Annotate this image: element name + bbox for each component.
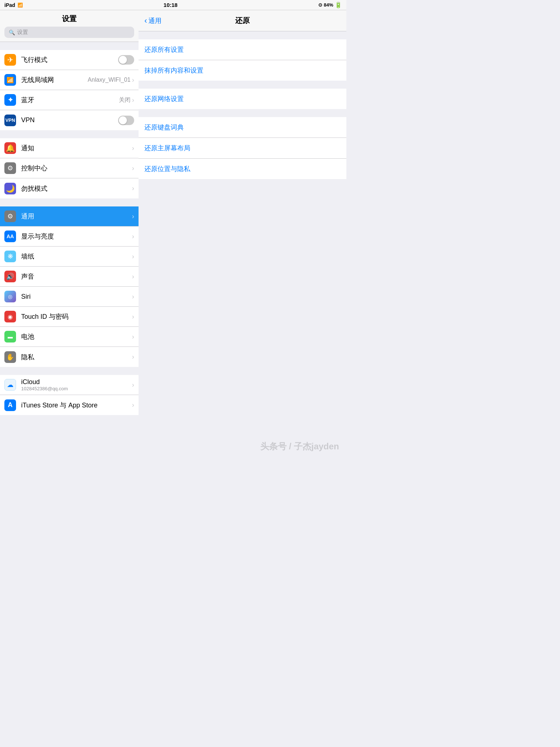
back-chevron-icon: ‹ [144, 16, 147, 26]
general-label: 通用 [21, 212, 132, 221]
wallpaper-label: 墙纸 [21, 252, 132, 261]
right-panel-title: 还原 [235, 16, 250, 26]
reset-group-1: 还原所有设置 抹掉所有内容和设置 [139, 39, 346, 81]
right-header: ‹ 通用 还原 [139, 10, 346, 31]
sidebar-title: 设置 [4, 14, 134, 24]
status-time: 10:18 [164, 2, 178, 8]
wifi-chevron: › [132, 76, 134, 84]
group-system: ⚙ 通用 › AA 显示与亮度 › ❋ 墙纸 › 🔊 声音 › [0, 206, 139, 367]
sidebar-item-display[interactable]: AA 显示与亮度 › [0, 227, 139, 247]
vpn-toggle[interactable] [118, 116, 134, 125]
group-spacer-bottom [0, 415, 139, 423]
touchid-label: Touch ID 与密码 [21, 312, 132, 321]
sidebar-item-sound[interactable]: 🔊 声音 › [0, 267, 139, 287]
siri-chevron: › [132, 293, 134, 301]
erase-all-button[interactable]: 抹掉所有内容和设置 [139, 60, 346, 81]
status-left: iPad 📶 [4, 2, 23, 8]
wifi-item-icon: 📶 [4, 74, 16, 86]
control-chevron: › [132, 165, 134, 172]
wifi-value: Anlaxy_WIFI_01 [88, 77, 131, 83]
dnd-icon: 🌙 [4, 183, 16, 194]
reset-all-button[interactable]: 还原所有设置 [139, 39, 346, 60]
sidebar-header: 设置 🔍 设置 [0, 10, 139, 42]
icloud-icon: ☁ [4, 379, 16, 391]
status-bar: iPad 📶 10:18 ⊙ 84% 🔋 [0, 0, 346, 10]
wifi-label: 无线局域网 [21, 76, 88, 84]
sidebar-item-battery[interactable]: ▬ 电池 › [0, 327, 139, 347]
right-content: 还原所有设置 抹掉所有内容和设置 还原网络设置 还原键盘词典 还原主屏幕布局 还… [139, 31, 346, 463]
sidebar-item-touchid[interactable]: ◉ Touch ID 与密码 › [0, 307, 139, 327]
bluetooth-label: 蓝牙 [21, 96, 119, 104]
reset-group-3: 还原键盘词典 还原主屏幕布局 还原位置与隐私 [139, 117, 346, 179]
sidebar-item-itunes[interactable]: A iTunes Store 与 App Store › [0, 395, 139, 415]
sidebar-item-airplane[interactable]: ✈ 飞行模式 [0, 50, 139, 70]
sidebar-item-control[interactable]: ⚙ 控制中心 › [0, 158, 139, 178]
vpn-label: VPN [21, 116, 118, 124]
general-chevron: › [132, 213, 134, 220]
right-panel: ‹ 通用 还原 还原所有设置 抹掉所有内容和设置 还原网络设置 还原键盘词典 还… [139, 10, 346, 463]
airplane-icon: ✈ [4, 54, 16, 66]
group-spacer-4 [0, 367, 139, 375]
search-icon: 🔍 [9, 30, 15, 35]
sidebar-item-privacy[interactable]: ✋ 隐私 › [0, 347, 139, 367]
group-spacer-3 [0, 198, 139, 206]
siri-icon: ◎ [4, 291, 16, 302]
battery-chevron: › [132, 333, 134, 341]
reset-location-button[interactable]: 还原位置与隐私 [139, 159, 346, 179]
back-label: 通用 [148, 16, 162, 25]
status-right: ⊙ 84% 🔋 [318, 1, 342, 8]
orientation-lock-icon: ⊙ [318, 2, 322, 8]
sidebar-item-general[interactable]: ⚙ 通用 › [0, 206, 139, 227]
dnd-label: 勿扰模式 [21, 184, 132, 193]
reset-keyboard-button[interactable]: 还原键盘词典 [139, 117, 346, 138]
wallpaper-chevron: › [132, 253, 134, 260]
icloud-chevron: › [132, 381, 134, 389]
airplane-toggle[interactable] [118, 55, 134, 65]
reset-network-button[interactable]: 还原网络设置 [139, 89, 346, 109]
notification-label: 通知 [21, 144, 132, 152]
display-label: 显示与亮度 [21, 232, 132, 241]
itunes-icon: A [4, 399, 16, 411]
icloud-text-block: iCloud 1028452386@qq.com [21, 378, 132, 391]
bluetooth-value: 关闭 [119, 96, 131, 104]
battery-icon: 🔋 [335, 1, 342, 8]
battery-label: 电池 [21, 332, 132, 341]
group-network: ✈ 飞行模式 📶 无线局域网 Anlaxy_WIFI_01 › ✦ 蓝牙 关闭 … [0, 50, 139, 130]
sidebar-item-notification[interactable]: 🔔 通知 › [0, 138, 139, 158]
notification-icon: 🔔 [4, 142, 16, 154]
back-button[interactable]: ‹ 通用 [144, 16, 162, 26]
sound-icon: 🔊 [4, 271, 16, 282]
battery-item-icon: ▬ [4, 331, 16, 342]
bluetooth-icon: ✦ [4, 94, 16, 106]
sidebar-item-siri[interactable]: ◎ Siri › [0, 287, 139, 307]
control-label: 控制中心 [21, 164, 132, 173]
display-icon: AA [4, 231, 16, 242]
sidebar-item-wifi[interactable]: 📶 无线局域网 Anlaxy_WIFI_01 › [0, 70, 139, 90]
sidebar-item-bluetooth[interactable]: ✦ 蓝牙 关闭 › [0, 90, 139, 110]
touchid-chevron: › [132, 313, 134, 321]
notification-chevron: › [132, 144, 134, 152]
privacy-label: 隐私 [21, 353, 132, 361]
sidebar-item-dnd[interactable]: 🌙 勿扰模式 › [0, 178, 139, 198]
sound-chevron: › [132, 273, 134, 280]
battery-label: 84% [324, 2, 333, 8]
sidebar-item-icloud[interactable]: ☁ iCloud 1028452386@qq.com › [0, 375, 139, 395]
sound-label: 声音 [21, 272, 132, 281]
device-label: iPad [4, 2, 15, 8]
search-bar[interactable]: 🔍 设置 [4, 27, 134, 38]
reset-homescreen-button[interactable]: 还原主屏幕布局 [139, 138, 346, 159]
itunes-chevron: › [132, 401, 134, 409]
touchid-icon: ◉ [4, 311, 16, 322]
wallpaper-icon: ❋ [4, 251, 16, 262]
airplane-label: 飞行模式 [21, 55, 118, 64]
group-spacer-top [0, 42, 139, 50]
search-placeholder: 设置 [17, 29, 28, 36]
main-layout: 设置 🔍 设置 ✈ 飞行模式 📶 无线局域网 Anlaxy_WIFI_01 [0, 10, 346, 463]
siri-label: Siri [21, 293, 132, 301]
icloud-label: iCloud [21, 378, 40, 386]
group-spacer-2 [0, 130, 139, 138]
sidebar-content: ✈ 飞行模式 📶 无线局域网 Anlaxy_WIFI_01 › ✦ 蓝牙 关闭 … [0, 42, 139, 463]
icloud-sublabel: 1028452386@qq.com [21, 386, 132, 391]
sidebar-item-wallpaper[interactable]: ❋ 墙纸 › [0, 247, 139, 267]
sidebar-item-vpn[interactable]: VPN VPN [0, 110, 139, 130]
